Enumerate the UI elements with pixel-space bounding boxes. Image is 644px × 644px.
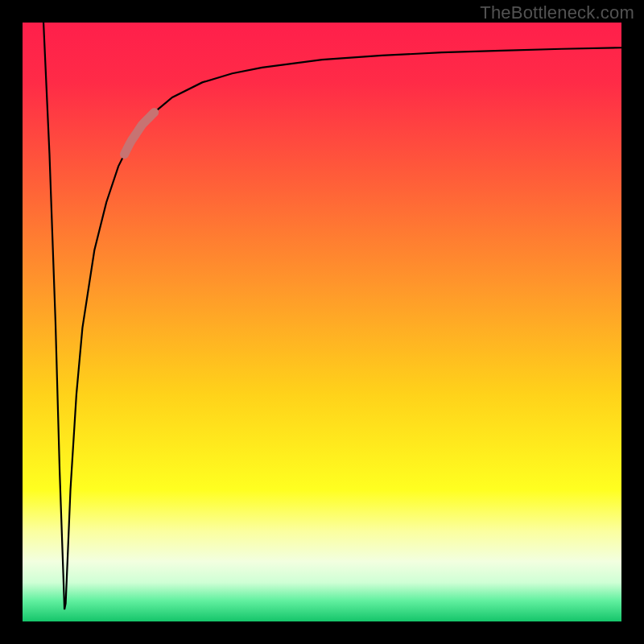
plot-area xyxy=(23,23,621,621)
watermark-text: TheBottleneck.com xyxy=(480,2,634,23)
chart-container: TheBottleneck.com xyxy=(0,0,644,644)
chart-svg xyxy=(23,23,621,621)
gradient-background xyxy=(23,23,621,621)
